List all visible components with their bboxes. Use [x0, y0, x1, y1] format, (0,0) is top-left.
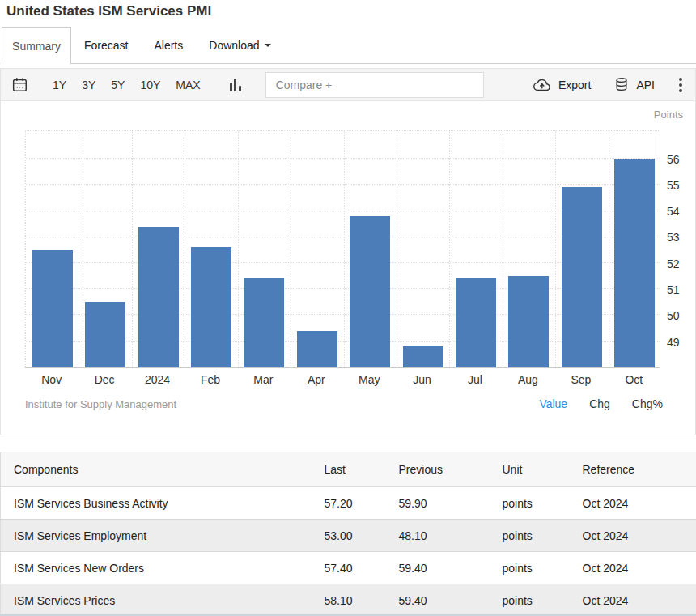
x-label-oct: Oct	[608, 373, 660, 386]
range-1y-button[interactable]: 1Y	[53, 79, 66, 91]
y-tick-55: 55	[667, 179, 693, 192]
x-axis-labels: NovDec2024FebMarAprMayJunJulAugSepOct	[25, 373, 660, 388]
cell-reference: Oct 2024	[570, 487, 696, 520]
gridline-v-5	[291, 131, 291, 367]
range-max-button[interactable]: MAX	[176, 79, 200, 91]
chart-footer: Institute for Supply Management Value Ch…	[25, 397, 663, 410]
cell-component[interactable]: ISM Services New Orders	[1, 552, 312, 584]
cell-previous: 59.90	[386, 487, 490, 520]
tab-download[interactable]: Download	[196, 27, 283, 64]
col-header-previous: Previous	[386, 452, 490, 487]
export-button[interactable]: Export	[533, 77, 591, 93]
x-label-feb: Feb	[184, 373, 236, 386]
x-label-jun: Jun	[396, 373, 448, 386]
cell-last: 53.00	[312, 520, 386, 552]
gridline-h-56	[26, 158, 660, 159]
calendar-button[interactable]	[11, 76, 28, 94]
table-row-new-orders[interactable]: ISM Services New Orders 57.40 59.40 poin…	[1, 552, 696, 584]
cell-previous: 59.40	[386, 552, 490, 584]
x-label-jul: Jul	[448, 373, 501, 386]
table-row-employment[interactable]: ISM Services Employment 53.00 48.10 poin…	[1, 520, 696, 552]
compare-input[interactable]	[265, 72, 484, 98]
bar-nov[interactable]	[32, 250, 73, 367]
cell-component[interactable]: ISM Services Employment	[1, 520, 312, 552]
bar-feb[interactable]	[191, 247, 231, 367]
cell-unit: points	[490, 487, 570, 520]
toolbar-right: Export API	[533, 76, 684, 94]
page-title: United States ISM Services PMI	[6, 3, 211, 19]
bar-mar[interactable]	[244, 278, 284, 367]
y-tick-52: 52	[667, 257, 693, 270]
y-tick-50: 50	[667, 309, 693, 322]
gridline-v-8	[449, 131, 450, 367]
gridline-v-2	[132, 131, 133, 367]
tab-alerts[interactable]: Alerts	[141, 27, 196, 64]
bar-apr[interactable]	[297, 331, 337, 367]
col-header-unit: Unit	[490, 452, 570, 487]
components-table: Components Last Previous Unit Reference …	[0, 452, 696, 616]
x-label-may: May	[343, 373, 396, 386]
chg-pct-link[interactable]: Chg%	[632, 397, 663, 410]
bar-aug[interactable]	[508, 276, 549, 367]
x-label-2024: 2024	[131, 373, 184, 386]
chart-source: Institute for Supply Management	[25, 398, 176, 410]
bar-2024[interactable]	[138, 227, 179, 367]
value-link[interactable]: Value	[539, 397, 567, 410]
y-axis-unit-label: Points	[654, 108, 683, 121]
cell-last: 57.20	[312, 487, 386, 520]
bar-jul[interactable]	[456, 278, 496, 367]
api-label: API	[636, 79, 655, 91]
table-row-prices[interactable]: ISM Services Prices 58.10 59.40 points O…	[1, 584, 696, 616]
col-header-components: Components	[1, 452, 312, 487]
y-tick-53: 53	[667, 231, 693, 244]
cell-reference: Oct 2024	[570, 552, 696, 584]
bar-jun[interactable]	[403, 346, 443, 367]
cell-unit: points	[490, 520, 570, 552]
cell-component[interactable]: ISM Services Business Activity	[1, 487, 312, 520]
table-row-business-activity[interactable]: ISM Services Business Activity 57.20 59.…	[1, 487, 696, 520]
gridline-v-3	[185, 131, 185, 367]
database-icon	[613, 76, 630, 93]
x-label-apr: Apr	[290, 373, 342, 386]
cell-unit: points	[490, 584, 570, 616]
x-label-dec: Dec	[78, 373, 130, 386]
col-header-reference: Reference	[570, 452, 696, 487]
tab-forecast[interactable]: Forecast	[71, 27, 141, 64]
bar-sep[interactable]	[562, 187, 602, 367]
y-tick-49: 49	[667, 336, 693, 349]
range-selector: 1Y 3Y 5Y 10Y MAX	[53, 79, 201, 91]
gridline-v-9	[503, 131, 503, 367]
x-label-aug: Aug	[502, 373, 554, 386]
gridline-v-11	[609, 131, 609, 367]
tab-summary-label: Summary	[12, 40, 61, 53]
range-3y-button[interactable]: 3Y	[82, 79, 95, 91]
chart-type-button[interactable]	[230, 79, 241, 91]
export-label: Export	[558, 79, 591, 91]
range-10y-button[interactable]: 10Y	[140, 79, 160, 91]
gridline-v-1	[79, 131, 79, 367]
x-label-nov: Nov	[25, 373, 78, 386]
api-button[interactable]: API	[613, 76, 655, 93]
tab-summary[interactable]: Summary	[2, 27, 71, 64]
y-tick-56: 56	[667, 153, 693, 166]
tab-forecast-label: Forecast	[84, 39, 128, 52]
kebab-menu-button[interactable]	[677, 76, 684, 94]
cell-component[interactable]: ISM Services Prices	[1, 584, 312, 616]
calendar-icon	[11, 76, 28, 94]
bar-oct[interactable]	[614, 159, 655, 367]
table-header-row: Components Last Previous Unit Reference	[1, 452, 696, 487]
plot-area	[25, 130, 660, 368]
bar-chart-icon	[230, 79, 241, 91]
gridline-h-55	[26, 184, 660, 185]
compare-wrap	[265, 72, 484, 98]
tab-alerts-label: Alerts	[154, 39, 183, 52]
kebab-menu-icon	[679, 78, 682, 92]
range-5y-button[interactable]: 5Y	[111, 79, 125, 91]
bar-dec[interactable]	[85, 302, 125, 367]
chg-link[interactable]: Chg	[589, 397, 610, 410]
chevron-down-icon	[265, 44, 271, 47]
gridline-v-4	[238, 131, 239, 367]
col-header-last: Last	[312, 452, 386, 487]
cell-unit: points	[490, 552, 570, 584]
bar-may[interactable]	[350, 216, 390, 367]
